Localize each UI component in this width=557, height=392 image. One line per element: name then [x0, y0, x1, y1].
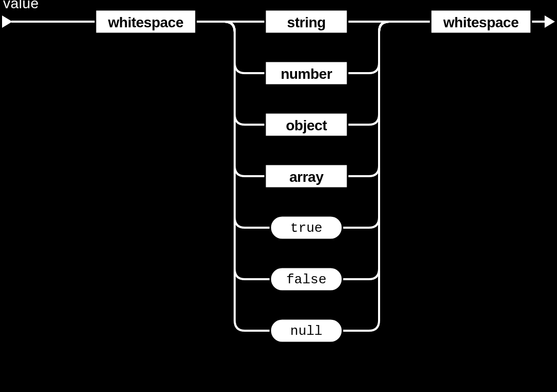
branch-left — [224, 22, 270, 279]
right-nonterminal: whitespace — [431, 10, 531, 33]
branch-right — [348, 22, 389, 73]
alternative-label: number — [281, 66, 332, 82]
left-nonterminal: whitespace — [95, 10, 196, 33]
end-arrow-icon — [545, 15, 555, 28]
branch-right — [342, 22, 389, 279]
alternatives-group: stringnumberobjectarraytruefalsenull — [224, 10, 389, 343]
railroad-diagram: value whitespace whitespace stringnumber… — [0, 0, 557, 392]
alternative-label: null — [290, 323, 322, 339]
branch-right — [348, 22, 389, 176]
alternative-label: object — [286, 117, 327, 133]
alternative-array: array — [224, 22, 389, 188]
branch-left — [224, 22, 265, 176]
rule-title: value — [3, 0, 39, 11]
alternative-label: true — [290, 220, 322, 236]
branch-left — [224, 22, 265, 73]
alternative-label: array — [289, 169, 324, 185]
alternative-string: string — [265, 10, 348, 33]
alternative-label: false — [286, 272, 326, 287]
start-arrow-icon — [2, 15, 12, 28]
alternative-label: string — [287, 14, 326, 30]
right-nonterminal-label: whitespace — [443, 14, 519, 30]
left-nonterminal-label: whitespace — [108, 14, 184, 30]
